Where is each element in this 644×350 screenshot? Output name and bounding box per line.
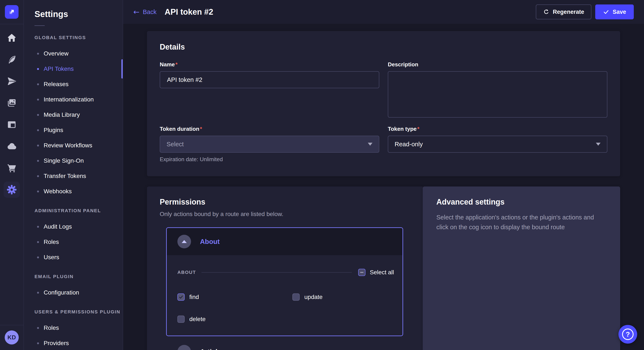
token-duration-placeholder: Select: [166, 141, 184, 148]
accordion-article-label: Article: [200, 348, 221, 350]
strapi-logo-icon[interactable]: [5, 5, 18, 19]
save-button[interactable]: Save: [595, 4, 634, 19]
bullet-icon: [37, 99, 39, 101]
update-checkbox[interactable]: [292, 293, 300, 301]
description-label: Description: [388, 61, 607, 68]
action-update: update: [292, 293, 394, 301]
user-avatar[interactable]: KD: [5, 331, 19, 345]
sidebar-item-email-configuration[interactable]: Configuration: [24, 285, 123, 300]
bullet-icon: [37, 145, 39, 147]
question-mark-icon: [622, 329, 634, 340]
sidebar-item-up-roles[interactable]: Roles: [24, 320, 123, 336]
chevron-down-icon: [368, 143, 372, 146]
sidebar-item-transfer-tokens[interactable]: Transfer Tokens: [24, 169, 123, 184]
delete-checkbox[interactable]: [178, 316, 185, 323]
indeterminate-dash-icon: [360, 272, 364, 273]
sidebar-item-audit-logs[interactable]: Audit Logs: [24, 219, 123, 234]
check-icon: [178, 295, 184, 300]
permissions-subtitle: Only actions bound by a route are listed…: [160, 211, 403, 217]
bullet-icon: [37, 327, 39, 329]
section-label-administration-panel: ADMINISTRATION PANEL: [34, 208, 123, 213]
expiration-helper-text: Expiration date: Unlimited: [160, 156, 379, 163]
sidebar-item-single-sign-on[interactable]: Single Sign-On: [24, 153, 123, 169]
required-asterisk: *: [176, 61, 178, 68]
sidebar-item-media-library[interactable]: Media Library: [24, 107, 123, 123]
sidebar-item-overview[interactable]: Overview: [24, 46, 123, 61]
bullet-icon: [37, 342, 39, 344]
sidebar-item-up-providers[interactable]: Providers: [24, 336, 123, 350]
advanced-settings-description: Select the application's actions or the …: [436, 212, 606, 232]
name-field-group: Name*: [160, 61, 379, 88]
accordion-about: About ABOUT Select all: [166, 227, 403, 336]
sidebar-item-review-workflows[interactable]: Review Workflows: [24, 138, 123, 153]
permissions-row: Permissions Only actions bound by a rout…: [147, 186, 620, 350]
bullet-icon: [37, 53, 39, 55]
main-nav-rail: KD: [0, 0, 24, 350]
token-duration-select[interactable]: Select: [160, 136, 379, 153]
sidebar-item-releases[interactable]: Releases: [24, 77, 123, 92]
details-title: Details: [160, 42, 607, 51]
main-panel: ← Back API token #2 Regenerate Save Deta…: [123, 0, 644, 350]
bullet-icon: [37, 241, 39, 243]
select-all-checkbox[interactable]: [358, 269, 366, 276]
bullet-icon: [37, 68, 39, 70]
description-field[interactable]: [388, 71, 607, 118]
actions-checkbox-grid: find update delete: [178, 293, 394, 323]
help-button[interactable]: [618, 325, 637, 344]
bullet-icon: [37, 256, 39, 258]
section-label-users-permissions-plugin: USERS & PERMISSIONS PLUGIN: [34, 309, 123, 315]
action-delete: delete: [178, 316, 292, 323]
accordion-about-label: About: [200, 238, 220, 246]
rail-footer-divider: [0, 325, 24, 325]
collapse-toggle-button[interactable]: [178, 235, 191, 248]
bullet-icon: [37, 292, 39, 294]
token-type-value: Read-only: [394, 141, 423, 148]
rail-footer: KD: [0, 325, 24, 350]
sidebar-item-admin-users[interactable]: Users: [24, 250, 123, 265]
bullet-icon: [37, 226, 39, 228]
chevron-up-icon: [182, 240, 187, 243]
permissions-title: Permissions: [160, 197, 403, 206]
permissions-card: Permissions Only actions bound by a rout…: [147, 186, 423, 350]
strapi-admin-app: KD Settings GLOBAL SETTINGS Overview API…: [0, 0, 644, 350]
sidebar-item-api-tokens[interactable]: API Tokens: [24, 61, 123, 77]
bullet-icon: [37, 83, 39, 85]
group-divider: [202, 272, 352, 273]
sidebar-item-plugins[interactable]: Plugins: [24, 123, 123, 138]
select-all-label: Select all: [370, 269, 394, 276]
feather-icon[interactable]: [4, 51, 20, 68]
sidebar-item-admin-roles[interactable]: Roles: [24, 234, 123, 250]
shopping-cart-icon[interactable]: [4, 160, 20, 176]
subnav-title-divider: [34, 25, 45, 26]
accordion-about-header[interactable]: About: [167, 228, 402, 255]
accordion-article-header[interactable]: Article: [166, 336, 403, 350]
media-library-icon[interactable]: [4, 95, 20, 111]
required-asterisk: *: [200, 126, 202, 132]
paper-plane-icon[interactable]: [4, 73, 20, 89]
page-title: API token #2: [164, 7, 213, 16]
page-header: ← Back API token #2 Regenerate Save: [123, 0, 644, 24]
sidebar-item-internationalization[interactable]: Internationalization: [24, 92, 123, 107]
sidebar-item-webhooks[interactable]: Webhooks: [24, 184, 123, 199]
regenerate-button[interactable]: Regenerate: [536, 4, 592, 19]
header-actions: Regenerate Save: [536, 4, 634, 19]
subnav-title: Settings: [34, 9, 123, 19]
settings-gear-icon[interactable]: [4, 181, 20, 198]
refresh-icon: [543, 9, 550, 15]
back-link[interactable]: ← Back: [133, 8, 156, 15]
home-icon[interactable]: [4, 30, 20, 46]
cloud-icon[interactable]: [4, 138, 20, 154]
bullet-icon: [37, 175, 39, 177]
description-field-group: Description: [388, 61, 607, 118]
token-type-label: Token type*: [388, 126, 607, 132]
rail-nav-icons: [4, 24, 20, 198]
bullet-icon: [37, 129, 39, 131]
name-field[interactable]: [160, 71, 379, 88]
content-scroll-area[interactable]: Details Name* Description Token duration…: [123, 24, 644, 350]
token-type-select[interactable]: Read-only: [388, 136, 607, 153]
token-type-field-group: Token type* Read-only: [388, 126, 607, 153]
find-checkbox[interactable]: [178, 293, 185, 301]
expand-toggle-button[interactable]: [178, 345, 191, 350]
layout-icon[interactable]: [4, 117, 20, 133]
bullet-icon: [37, 160, 39, 162]
